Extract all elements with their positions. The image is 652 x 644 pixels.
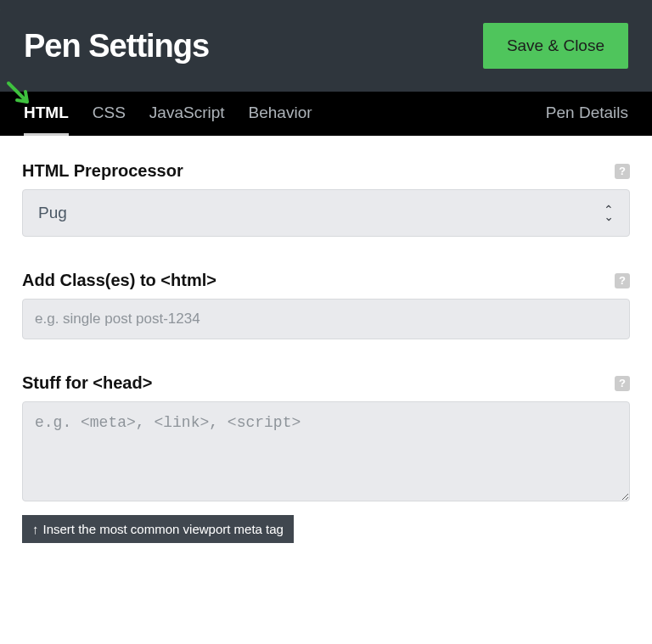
- tab-pen-details[interactable]: Pen Details: [546, 92, 628, 136]
- help-icon[interactable]: ?: [615, 164, 630, 179]
- head-stuff-textarea[interactable]: [22, 401, 630, 501]
- arrow-up-icon: ↑: [32, 522, 39, 536]
- insert-viewport-label: Insert the most common viewport meta tag: [43, 522, 284, 536]
- insert-viewport-button[interactable]: ↑ Insert the most common viewport meta t…: [22, 515, 294, 543]
- add-classes-input[interactable]: [22, 299, 630, 339]
- head-stuff-label: Stuff for <head>: [22, 373, 152, 393]
- help-icon[interactable]: ?: [615, 273, 630, 288]
- field-head-stuff: Stuff for <head> ? ↑ Insert the most com…: [22, 373, 630, 543]
- tab-bar: HTML CSS JavaScript Behavior Pen Details: [0, 92, 652, 136]
- preprocessor-label: HTML Preprocessor: [22, 161, 183, 181]
- add-classes-label: Add Class(es) to <html>: [22, 271, 216, 290]
- tab-html[interactable]: HTML: [24, 92, 69, 136]
- tab-css[interactable]: CSS: [93, 92, 126, 136]
- settings-content: HTML Preprocessor ? Pug ⌃⌃ Add Class(es)…: [0, 136, 652, 560]
- modal-header: Pen Settings Save & Close: [0, 0, 652, 92]
- tab-javascript[interactable]: JavaScript: [149, 92, 225, 136]
- tab-behavior[interactable]: Behavior: [249, 92, 312, 136]
- preprocessor-value: Pug: [38, 204, 67, 222]
- page-title: Pen Settings: [24, 28, 209, 64]
- help-icon[interactable]: ?: [615, 376, 630, 391]
- chevron-updown-icon: ⌃⌃: [604, 206, 614, 220]
- preprocessor-select[interactable]: Pug ⌃⌃: [22, 189, 630, 237]
- field-preprocessor: HTML Preprocessor ? Pug ⌃⌃: [22, 161, 630, 237]
- field-add-classes: Add Class(es) to <html> ?: [22, 271, 630, 339]
- save-close-button[interactable]: Save & Close: [483, 23, 628, 69]
